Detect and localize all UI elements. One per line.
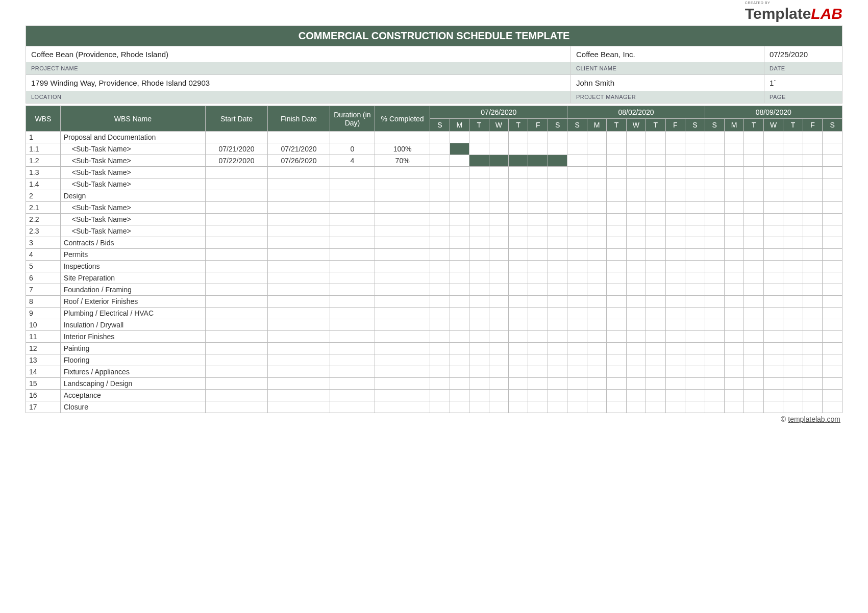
gantt-cell[interactable] [567,143,587,155]
gantt-cell[interactable] [665,308,685,319]
gantt-cell[interactable] [567,390,587,401]
gantt-cell[interactable] [450,167,469,178]
gantt-cell[interactable] [823,284,842,296]
gantt-cell[interactable] [803,214,822,225]
gantt-cell[interactable] [430,319,450,331]
cell-duration[interactable] [330,190,375,202]
cell-duration[interactable] [330,249,375,261]
cell-duration[interactable]: 4 [330,155,375,167]
gantt-cell[interactable] [665,272,685,284]
gantt-cell[interactable] [587,261,606,272]
gantt-cell[interactable] [450,390,469,401]
gantt-cell[interactable] [665,249,685,261]
gantt-cell[interactable] [665,319,685,331]
gantt-cell[interactable] [567,178,587,190]
cell-finish[interactable] [268,261,330,272]
gantt-cell[interactable] [685,178,705,190]
cell-name[interactable]: Fixtures / Appliances [60,366,205,378]
gantt-cell[interactable] [567,167,587,178]
gantt-cell[interactable] [823,343,842,354]
gantt-cell[interactable] [489,366,508,378]
gantt-cell[interactable] [783,378,803,390]
gantt-cell[interactable] [763,237,783,249]
gantt-cell[interactable] [626,343,646,354]
cell-name[interactable]: <Sub-Task Name> [60,155,205,167]
gantt-cell[interactable] [450,214,469,225]
cell-start[interactable]: 07/22/2020 [206,155,268,167]
gantt-cell[interactable] [567,296,587,308]
gantt-cell[interactable] [705,143,724,155]
cell-start[interactable] [206,343,268,354]
cell-start[interactable] [206,202,268,214]
gantt-cell[interactable] [803,331,822,343]
gantt-cell[interactable] [783,319,803,331]
gantt-cell[interactable] [528,190,548,202]
gantt-cell[interactable] [430,378,450,390]
gantt-cell[interactable] [646,401,665,413]
gantt-cell[interactable] [489,167,508,178]
cell-duration[interactable]: 0 [330,143,375,155]
gantt-cell[interactable] [626,132,646,143]
gantt-cell[interactable] [783,214,803,225]
gantt-cell[interactable] [548,214,567,225]
gantt-cell[interactable] [567,155,587,167]
cell-pct[interactable] [375,132,430,143]
gantt-cell[interactable] [450,249,469,261]
cell-name[interactable]: Painting [60,343,205,354]
gantt-cell[interactable] [783,366,803,378]
gantt-cell[interactable] [705,214,724,225]
gantt-cell[interactable] [823,143,842,155]
gantt-cell[interactable] [587,401,606,413]
cell-duration[interactable] [330,202,375,214]
gantt-cell[interactable] [685,343,705,354]
gantt-cell[interactable] [607,331,626,343]
gantt-cell[interactable] [567,308,587,319]
gantt-cell[interactable] [469,308,489,319]
gantt-cell[interactable] [469,390,489,401]
gantt-cell[interactable] [548,331,567,343]
gantt-cell[interactable] [803,190,822,202]
gantt-cell[interactable] [803,366,822,378]
gantt-cell[interactable] [607,319,626,331]
cell-name[interactable]: Contracts / Bids [60,237,205,249]
cell-finish[interactable] [268,237,330,249]
cell-pct[interactable] [375,261,430,272]
gantt-cell[interactable] [509,401,528,413]
gantt-cell[interactable] [803,261,822,272]
gantt-cell[interactable] [567,237,587,249]
gantt-cell[interactable] [744,202,763,214]
gantt-cell[interactable] [803,343,822,354]
gantt-cell[interactable] [744,249,763,261]
cell-duration[interactable] [330,225,375,237]
gantt-cell[interactable] [548,343,567,354]
gantt-cell[interactable] [528,237,548,249]
cell-start[interactable] [206,167,268,178]
gantt-cell[interactable] [724,401,743,413]
gantt-cell[interactable] [548,155,567,167]
gantt-cell[interactable] [783,272,803,284]
gantt-cell[interactable] [469,272,489,284]
gantt-cell[interactable] [823,261,842,272]
gantt-cell[interactable] [548,284,567,296]
cell-wbs[interactable]: 16 [26,390,61,401]
gantt-cell[interactable] [587,214,606,225]
gantt-cell[interactable] [724,308,743,319]
gantt-cell[interactable] [489,225,508,237]
gantt-cell[interactable] [567,378,587,390]
gantt-cell[interactable] [489,296,508,308]
cell-wbs[interactable]: 8 [26,296,61,308]
gantt-cell[interactable] [567,354,587,366]
gantt-cell[interactable] [744,378,763,390]
gantt-cell[interactable] [469,261,489,272]
gantt-cell[interactable] [705,296,724,308]
cell-wbs[interactable]: 6 [26,272,61,284]
gantt-cell[interactable] [665,143,685,155]
gantt-cell[interactable] [823,225,842,237]
cell-pct[interactable] [375,343,430,354]
gantt-cell[interactable] [548,378,567,390]
cell-pct[interactable] [375,390,430,401]
cell-finish[interactable] [268,296,330,308]
cell-start[interactable] [206,190,268,202]
cell-pct[interactable] [375,308,430,319]
gantt-cell[interactable] [469,401,489,413]
